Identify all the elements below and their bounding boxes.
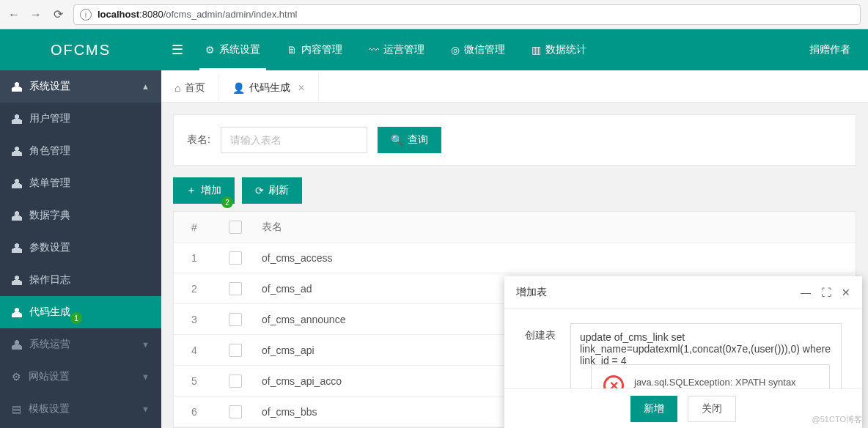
- topnav-label: 系统设置: [219, 43, 260, 56]
- forward-icon[interactable]: →: [29, 8, 43, 21]
- error-message: ✕ java.sql.SQLException: XPATH syntax er…: [591, 364, 830, 388]
- tab-home[interactable]: ⌂首页: [161, 74, 219, 102]
- address-bar[interactable]: i localhost:8080/ofcms_admin/admin/index…: [73, 4, 861, 25]
- sidebar-label: 代码生成: [29, 306, 70, 319]
- dialog-title-bar[interactable]: 增加表 — ⛶ ✕: [504, 276, 862, 309]
- checkbox[interactable]: [229, 344, 242, 357]
- sidebar-label: 网站设置: [29, 370, 70, 383]
- sidebar-item-params[interactable]: 参数设置: [0, 232, 161, 264]
- error-line: java.sql.SQLException: XPATH syntax erro…: [634, 375, 817, 388]
- cell-idx: 1: [174, 252, 215, 264]
- cell-idx: 2: [174, 283, 215, 295]
- main-content: ⌂首页 👤代码生成✕ 表名: 🔍查询 ＋增加 ⟳刷新 2 # 表名 1of_cm…: [161, 70, 868, 428]
- sidebar-label: 菜单管理: [29, 177, 70, 190]
- toolbar: ＋增加 ⟳刷新 2: [173, 177, 856, 204]
- topnav-label: 微信管理: [464, 43, 505, 56]
- query-panel: 表名: 🔍查询: [173, 114, 856, 166]
- topnav-system[interactable]: ⚙系统设置: [194, 29, 272, 70]
- tab-codegen[interactable]: 👤代码生成✕: [219, 73, 319, 102]
- sidebar-item-sysops[interactable]: 系统运营▼: [0, 328, 161, 361]
- sidebar-item-roles[interactable]: 角色管理: [0, 135, 161, 167]
- donate-link[interactable]: 捐赠作者: [809, 43, 868, 56]
- cancel-button[interactable]: 关闭: [688, 396, 736, 422]
- pulse-icon: 〰: [369, 44, 379, 56]
- topnav-label: 运营管理: [383, 43, 424, 56]
- plus-icon: ＋: [186, 184, 196, 197]
- close-icon[interactable]: ✕: [298, 83, 305, 93]
- sidebar-item-site[interactable]: ⚙网站设置▼: [0, 361, 161, 393]
- sidebar-label: 参数设置: [29, 241, 70, 254]
- close-icon[interactable]: ✕: [842, 287, 850, 298]
- cell-name: of_cms_access: [256, 252, 856, 264]
- person-icon: [12, 178, 22, 188]
- tablename-input[interactable]: [221, 127, 367, 153]
- tab-bar: ⌂首页 👤代码生成✕: [161, 70, 868, 103]
- sidebar-item-system[interactable]: 系统设置▲: [0, 70, 161, 103]
- topnav-wechat[interactable]: ◎微信管理: [439, 29, 517, 70]
- sidebar: 系统设置▲ 用户管理 角色管理 菜单管理 数据字典 参数设置 操作日志 代码生成…: [0, 70, 161, 428]
- topnav-stats[interactable]: ▥数据统计: [520, 29, 598, 70]
- chart-icon: ▥: [532, 44, 541, 56]
- brand-logo: OFCMS: [0, 42, 161, 59]
- person-icon: [12, 275, 22, 285]
- search-icon: 🔍: [391, 134, 403, 146]
- cell-idx: 4: [174, 344, 215, 356]
- person-icon: [12, 81, 22, 92]
- sidebar-label: 数据字典: [29, 209, 70, 222]
- add-table-dialog: 增加表 — ⛶ ✕ 创建表 ✕ java.sql.SQLException: X…: [504, 276, 862, 428]
- button-label: 查询: [408, 133, 428, 147]
- url-text: localhost:8080/ofcms_admin/admin/index.h…: [98, 9, 297, 20]
- dialog-footer: 新增 关闭: [504, 388, 862, 428]
- cell-idx: 3: [174, 314, 215, 325]
- person-icon: [12, 146, 22, 156]
- col-name: 表名: [256, 221, 856, 234]
- create-table-label: 创建表: [525, 323, 556, 342]
- badge-1: 1: [70, 312, 82, 324]
- checkbox[interactable]: [229, 374, 242, 388]
- sidebar-label: 操作日志: [29, 273, 70, 287]
- topnav-label: 数据统计: [545, 43, 586, 56]
- table-row[interactable]: 1of_cms_access: [174, 243, 856, 273]
- error-icon: ✕: [603, 375, 624, 388]
- checkbox[interactable]: [229, 282, 242, 295]
- chevron-up-icon: ▲: [141, 82, 150, 91]
- topnav-ops[interactable]: 〰运营管理: [357, 29, 436, 70]
- sidebar-item-logs[interactable]: 操作日志: [0, 264, 161, 296]
- sidebar-item-menus[interactable]: 菜单管理: [0, 167, 161, 199]
- refresh-button[interactable]: ⟳刷新: [242, 177, 302, 204]
- site-info-icon[interactable]: i: [80, 9, 92, 21]
- refresh-icon: ⟳: [255, 185, 264, 196]
- tab-label: 代码生成: [249, 81, 290, 95]
- layers-icon: ▤: [12, 403, 21, 415]
- cell-idx: 6: [174, 406, 215, 418]
- checkbox[interactable]: [229, 313, 242, 326]
- checkbox-all[interactable]: [229, 221, 242, 234]
- topnav-content[interactable]: 🗎内容管理: [275, 29, 354, 70]
- watermark: @51CTO博客: [812, 414, 862, 425]
- person-icon: [12, 339, 22, 350]
- minimize-icon[interactable]: —: [801, 287, 811, 298]
- checkbox[interactable]: [229, 251, 242, 265]
- tablename-label: 表名:: [187, 133, 210, 147]
- search-button[interactable]: 🔍查询: [378, 127, 441, 153]
- maximize-icon[interactable]: ⛶: [821, 287, 831, 298]
- chevron-down-icon: ▼: [141, 372, 150, 381]
- top-nav: OFCMS ☰ ⚙系统设置 🗎内容管理 〰运营管理 ◎微信管理 ▥数据统计 捐赠…: [0, 29, 868, 70]
- badge-2: 2: [221, 196, 233, 208]
- sidebar-label: 模板设置: [29, 402, 70, 416]
- back-icon[interactable]: ←: [7, 8, 21, 21]
- chevron-down-icon: ▼: [141, 405, 150, 413]
- sidebar-item-dict[interactable]: 数据字典: [0, 199, 161, 232]
- col-check: [215, 221, 256, 234]
- reload-icon[interactable]: ⟳: [51, 8, 65, 21]
- chevron-down-icon: ▼: [141, 340, 150, 349]
- person-icon: [12, 307, 22, 317]
- sidebar-item-template[interactable]: ▤模板设置▼: [0, 393, 161, 425]
- checkbox[interactable]: [229, 405, 242, 418]
- wechat-icon: ◎: [451, 44, 460, 56]
- sidebar-toggle-icon[interactable]: ☰: [161, 42, 194, 58]
- sidebar-item-codegen[interactable]: 代码生成1: [0, 296, 161, 328]
- submit-button[interactable]: 新增: [630, 396, 677, 422]
- sidebar-item-users[interactable]: 用户管理: [0, 103, 161, 135]
- button-label: 刷新: [268, 184, 289, 197]
